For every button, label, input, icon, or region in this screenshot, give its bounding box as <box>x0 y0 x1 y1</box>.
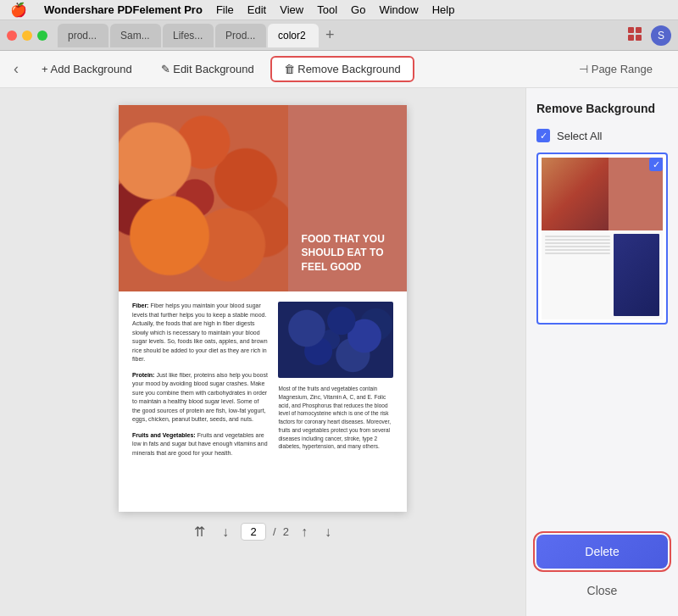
back-button[interactable]: ‹ <box>14 60 19 78</box>
thumb-berry-img <box>614 234 659 316</box>
fiber-body: Fiber helps you maintain your blood suga… <box>132 302 268 362</box>
pdf-body: Fiber: Fiber helps you maintain your blo… <box>119 291 407 474</box>
pink-box: FOOD THAT YOU SHOULD EAT TO FEEL GOOD <box>288 105 407 291</box>
thumb-text-lines <box>545 234 610 316</box>
menu-bar: 🍎 Wondershare PDFelement Pro File Edit V… <box>0 0 678 20</box>
prev-page-button[interactable]: ↓ <box>217 523 234 541</box>
pdf-right-text: Most of the fruits and vegetables contai… <box>278 385 393 451</box>
tab-prod1[interactable]: prod... <box>58 24 108 47</box>
menu-edit[interactable]: Edit <box>247 3 266 16</box>
menu-file[interactable]: File <box>216 3 234 16</box>
protein-body: Just like fiber, proteins also help you … <box>132 372 268 423</box>
document-area: FOOD THAT YOU SHOULD EAT TO FEEL GOOD Fi… <box>0 88 525 616</box>
fiber-heading: Fiber: <box>132 302 148 308</box>
add-tab-button[interactable]: + <box>320 26 340 44</box>
app-name: Wondershare PDFelement Pro <box>44 3 203 16</box>
next-page-button[interactable]: ↑ <box>296 523 313 541</box>
pdf-left-text: Fiber: Fiber helps you maintain your blo… <box>132 302 268 464</box>
tab-sam[interactable]: Sam... <box>110 24 161 47</box>
citrus-image <box>119 105 288 291</box>
food-tagline: FOOD THAT YOU SHOULD EAT TO FEEL GOOD <box>302 232 385 275</box>
page-thumbnail <box>542 158 663 319</box>
user-avatar[interactable]: S <box>651 25 671 46</box>
page-thumbnail-container[interactable]: ✓ <box>536 153 668 325</box>
tab-bar: prod... Sam... Lifes... Prod... color2 +… <box>0 20 678 51</box>
main-area: FOOD THAT YOU SHOULD EAT TO FEEL GOOD Fi… <box>0 88 678 616</box>
thumb-line-3 <box>545 242 610 244</box>
thumb-line-2 <box>545 239 610 241</box>
tab-lifes[interactable]: Lifes... <box>163 24 214 47</box>
panel-spacer <box>536 335 668 524</box>
select-all-label: Select All <box>557 130 602 142</box>
checkmark-icon: ✓ <box>540 130 547 142</box>
total-pages: 2 <box>283 525 289 538</box>
thumb-line-5 <box>545 249 610 251</box>
select-all-row[interactable]: ✓ Select All <box>536 129 668 142</box>
maximize-window-button[interactable] <box>37 31 47 41</box>
menu-help[interactable]: Help <box>432 3 455 16</box>
pdf-top-section: FOOD THAT YOU SHOULD EAT TO FEEL GOOD <box>119 105 407 291</box>
add-background-button[interactable]: + Add Background <box>29 57 145 81</box>
thumb-line-6 <box>545 253 610 254</box>
toolbar: ‹ + Add Background ✎ Edit Background 🗑 R… <box>0 51 678 88</box>
first-page-button[interactable]: ⇈ <box>189 522 210 541</box>
protein-heading: Protein: <box>132 372 154 378</box>
berry-image <box>278 302 393 378</box>
close-window-button[interactable] <box>7 31 17 41</box>
delete-button[interactable]: Delete <box>536 535 668 569</box>
menu-window[interactable]: Window <box>379 3 418 16</box>
menu-tool[interactable]: Tool <box>317 3 337 16</box>
thumb-citrus-img <box>542 158 609 230</box>
close-button[interactable]: Close <box>536 579 668 602</box>
svg-rect-3 <box>636 35 642 41</box>
minimize-window-button[interactable] <box>22 31 32 41</box>
select-all-checkbox[interactable]: ✓ <box>536 129 550 142</box>
thumb-bottom <box>542 230 663 319</box>
page-navigation: ⇈ ↓ / 2 ↑ ↓ <box>189 522 336 541</box>
pdf-right-col: Most of the fruits and vegetables contai… <box>278 302 393 464</box>
svg-rect-2 <box>628 35 634 41</box>
last-page-button[interactable]: ↓ <box>320 523 336 541</box>
tab-color2[interactable]: color2 <box>268 24 319 47</box>
right-panel: Remove Background ✓ Select All <box>525 88 678 616</box>
remove-background-button[interactable]: 🗑 Remove Background <box>270 56 414 82</box>
page-range-button[interactable]: ⊣ Page Range <box>567 58 664 80</box>
thumbnail-checkmark: ✓ <box>649 158 663 171</box>
grid-view-icon[interactable] <box>627 26 642 45</box>
pdf-page: FOOD THAT YOU SHOULD EAT TO FEEL GOOD Fi… <box>119 105 407 512</box>
page-number-input[interactable] <box>241 523 266 541</box>
svg-rect-0 <box>628 27 634 33</box>
panel-title: Remove Background <box>536 102 668 115</box>
svg-rect-1 <box>636 27 642 33</box>
menu-go[interactable]: Go <box>351 3 365 16</box>
thumb-line-1 <box>545 236 610 237</box>
menu-view[interactable]: View <box>280 3 303 16</box>
edit-background-button[interactable]: ✎ Edit Background <box>148 57 267 81</box>
tab-prod2[interactable]: Prod... <box>215 24 266 47</box>
traffic-lights <box>7 31 47 41</box>
fruits-heading: Fruits and Vegetables: <box>132 432 196 438</box>
thumb-line-4 <box>545 246 610 247</box>
apple-icon: 🍎 <box>10 2 27 18</box>
thumb-top <box>542 158 663 230</box>
page-separator: / <box>273 525 276 538</box>
thumb-check-icon: ✓ <box>653 159 660 170</box>
